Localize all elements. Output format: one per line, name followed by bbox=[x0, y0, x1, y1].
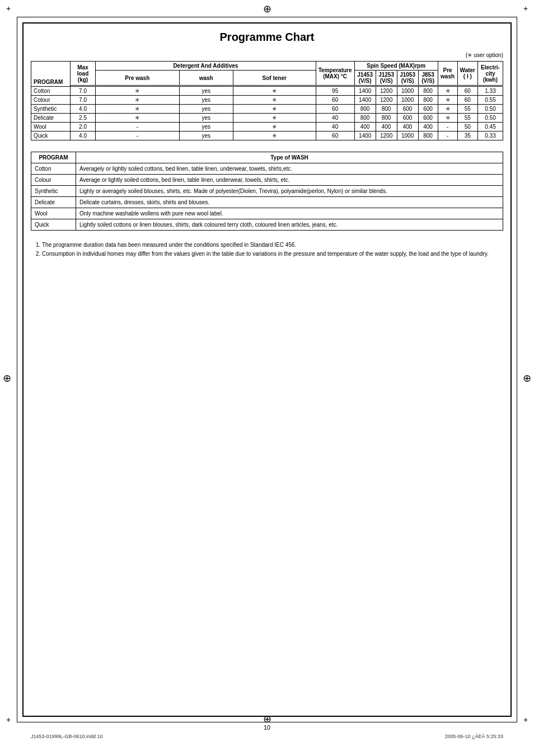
cell-softener: ✳ bbox=[233, 105, 316, 114]
wash-desc-cell: Only machine washable wollens with pure … bbox=[76, 208, 503, 219]
table-row: Synthetic 4.0 ✳ yes ✳ 60 800 800 600 600… bbox=[31, 105, 503, 114]
cell-j853: 600 bbox=[418, 114, 438, 123]
cell-electricity: 0.50 bbox=[478, 114, 503, 123]
cell-temp: 60 bbox=[316, 105, 354, 114]
cell-electricity: 1.33 bbox=[478, 87, 503, 96]
cell-prewash-col: ✳ bbox=[438, 87, 457, 96]
wash-program-cell: Delicate bbox=[31, 197, 76, 208]
cell-j1053: 1000 bbox=[397, 87, 418, 96]
page-border-top bbox=[17, 17, 517, 17]
programme-chart-table: PROGRAM Max load (kg) Detergent And Addi… bbox=[31, 61, 503, 140]
cell-wash: yes bbox=[179, 123, 233, 132]
footer-right: 2005-06-10 ¿ÄEÄ 5:25:33 bbox=[444, 734, 503, 739]
cell-j1253: 400 bbox=[376, 123, 397, 132]
cell-electricity: 0.55 bbox=[478, 96, 503, 105]
cell-maxload: 4.0 bbox=[71, 105, 96, 114]
col-water-header: Water ( l ) bbox=[457, 62, 477, 86]
page-border-left bbox=[17, 17, 17, 722]
cell-water: 60 bbox=[457, 87, 477, 96]
cell-wash: yes bbox=[179, 96, 233, 105]
cell-j1053: 1000 bbox=[397, 132, 418, 140]
circle-crosshair-left: ⊕ bbox=[3, 372, 11, 384]
cell-temp: 60 bbox=[316, 132, 354, 140]
wash-program-cell: Wool bbox=[31, 208, 76, 219]
cell-water: 50 bbox=[457, 123, 477, 132]
cell-j1453: 1400 bbox=[354, 132, 376, 140]
inner-border-top bbox=[22, 22, 512, 24]
cell-program: Colour bbox=[31, 96, 71, 105]
cell-prewash: - bbox=[96, 123, 180, 132]
wash-desc-cell: Delicate curtains, dresses, skirts, shir… bbox=[76, 197, 503, 208]
crosshair-top-right: + bbox=[520, 3, 531, 14]
table-row: Delicate 2.5 ✳ yes ✳ 40 800 800 600 600 … bbox=[31, 114, 503, 123]
cell-water: 55 bbox=[457, 114, 477, 123]
wash-col1-header: PROGRAM bbox=[31, 152, 76, 163]
cell-j1053: 600 bbox=[397, 114, 418, 123]
cell-electricity: 0.50 bbox=[478, 105, 503, 114]
cell-wash: yes bbox=[179, 87, 233, 96]
wash-desc-cell: Averagely or lightly soiled cottons, bed… bbox=[76, 163, 503, 175]
cell-j1253: 1200 bbox=[376, 132, 397, 140]
cell-electricity: 0.33 bbox=[478, 132, 503, 140]
cell-program: Quick bbox=[31, 132, 71, 140]
cell-maxload: 7.0 bbox=[71, 96, 96, 105]
cell-j1453: 800 bbox=[354, 105, 376, 114]
footer-left: J1453-01999L-GB-0610.indd 10 bbox=[31, 734, 103, 739]
cell-temp: 95 bbox=[316, 87, 354, 96]
crosshair-top-left: + bbox=[3, 3, 14, 14]
cell-j853: 600 bbox=[418, 105, 438, 114]
cell-prewash: ✳ bbox=[96, 87, 180, 96]
wash-type-table: PROGRAM Type of WASH Cotton Averagely or… bbox=[31, 152, 503, 231]
inner-border-right bbox=[510, 22, 512, 717]
circle-crosshair-right: ⊕ bbox=[523, 372, 531, 384]
cell-softener: ✳ bbox=[233, 123, 316, 132]
cell-water: 60 bbox=[457, 96, 477, 105]
col-spin-header: Spin Speed (MAX)rpm bbox=[354, 62, 438, 71]
wash-table-row: Synthetic Lighly or averagely soiled blo… bbox=[31, 186, 503, 197]
col-prewash-header: Pre wash bbox=[438, 62, 457, 86]
col-electricity-header: Electri- city (kwh) bbox=[478, 62, 503, 86]
table-row: Wool 2.0 - yes ✳ 40 400 400 400 400 - 50… bbox=[31, 123, 503, 132]
cell-j1053: 400 bbox=[397, 123, 418, 132]
crosshair-bottom-right: + bbox=[520, 714, 531, 725]
cell-prewash: - bbox=[96, 132, 180, 140]
cell-softener: ✳ bbox=[233, 132, 316, 140]
table-row: Colour 7.0 ✳ yes ✳ 60 1400 1200 1000 800… bbox=[31, 96, 503, 105]
cell-maxload: 4.0 bbox=[71, 132, 96, 140]
wash-table-row: Wool Only machine washable wollens with … bbox=[31, 208, 503, 219]
cell-program: Cotton bbox=[31, 87, 71, 96]
cell-softener: ✳ bbox=[233, 87, 316, 96]
col-temp-header: Temperature (MAX) °C bbox=[316, 62, 354, 86]
col-softener-sub: Sof tener bbox=[233, 71, 316, 86]
col-prewash-sub: Pre wash bbox=[96, 71, 180, 86]
cell-program: Delicate bbox=[31, 114, 71, 123]
wash-table-row: Delicate Delicate curtains, dresses, ski… bbox=[31, 197, 503, 208]
cell-prewash: ✳ bbox=[96, 114, 180, 123]
cell-prewash: ✳ bbox=[96, 96, 180, 105]
col-detergent-header: Detergent And Additives bbox=[96, 62, 316, 71]
wash-desc-cell: Average or lightly soiled cottons, bed l… bbox=[76, 175, 503, 186]
cell-j1053: 600 bbox=[397, 105, 418, 114]
table-row: Quick 4.0 - yes ✳ 60 1400 1200 1000 800 … bbox=[31, 132, 503, 140]
cell-prewash-col: ✳ bbox=[438, 96, 457, 105]
cell-water: 55 bbox=[457, 105, 477, 114]
cell-softener: ✳ bbox=[233, 114, 316, 123]
cell-maxload: 2.0 bbox=[71, 123, 96, 132]
cell-j1253: 800 bbox=[376, 114, 397, 123]
cell-j1253: 1200 bbox=[376, 87, 397, 96]
wash-table-row: Quick Lightly soiled cottons or linen bl… bbox=[31, 219, 503, 231]
cell-program: Synthetic bbox=[31, 105, 71, 114]
cell-j1253: 1200 bbox=[376, 96, 397, 105]
cell-wash: yes bbox=[179, 105, 233, 114]
cell-j1453: 1400 bbox=[354, 87, 376, 96]
cell-prewash-col: ✳ bbox=[438, 105, 457, 114]
note-item: Consumption in individual homes may diff… bbox=[42, 251, 503, 257]
main-content: Programme Chart (✳ user option) PROGRAM … bbox=[31, 31, 503, 711]
wash-table-row: Cotton Averagely or lightly soiled cotto… bbox=[31, 163, 503, 175]
cell-j853: 400 bbox=[418, 123, 438, 132]
wash-desc-cell: Lighly or averagely soiled blouses, shir… bbox=[76, 186, 503, 197]
col-j1453-sub: J1453 (V/S) bbox=[354, 71, 376, 86]
cell-prewash: ✳ bbox=[96, 105, 180, 114]
col-maxload-header: Max load (kg) bbox=[71, 62, 96, 86]
cell-wash: yes bbox=[179, 132, 233, 140]
